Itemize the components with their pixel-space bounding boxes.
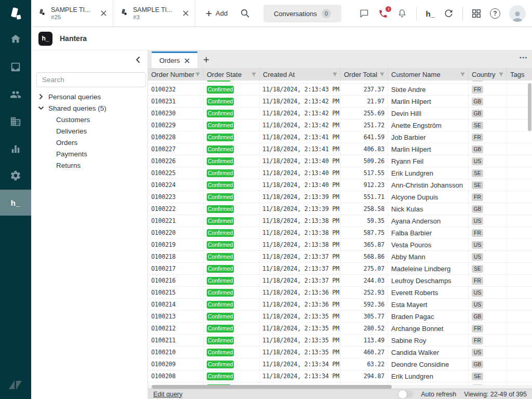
apps-grid-icon[interactable] [472, 9, 481, 18]
new-view-tab-button[interactable] [199, 51, 214, 68]
tree-item-payments[interactable]: Payments [31, 148, 148, 159]
column-header-order-total[interactable]: Order Total [341, 68, 388, 81]
filter-funnel-icon[interactable] [498, 72, 504, 77]
column-header-order-number[interactable]: Order Number [148, 68, 204, 81]
tabstrip-menu-icon[interactable]: ⋯ [519, 52, 528, 62]
cell-country: US [469, 251, 507, 262]
sidebar-item-hantera[interactable]: h_ [0, 190, 31, 216]
collapse-panel-icon[interactable] [135, 56, 142, 63]
views-icon[interactable] [9, 61, 22, 73]
tree-item-customers[interactable]: Customers [31, 114, 148, 125]
organizations-icon[interactable] [9, 115, 22, 128]
filter-funnel-icon[interactable] [379, 72, 385, 77]
cell-order-number: O100215 [148, 287, 204, 298]
table-row[interactable]: O100226Confirmed11/18/2024, 2:13:40 PM50… [148, 155, 532, 167]
cell-created-at: 11/18/2024, 2:13:43 PM [260, 84, 341, 95]
admin-gear-icon[interactable] [9, 169, 22, 182]
table-row[interactable]: O100215Confirmed11/18/2024, 2:13:36 PM25… [148, 287, 532, 299]
tree-item-shared-queries[interactable]: Shared queries (5) [31, 102, 148, 114]
conversations-button[interactable]: Conversations 0 [263, 5, 341, 22]
tree-item-personal-queries[interactable]: Personal queries [31, 91, 148, 102]
table-row[interactable]: O100211Confirmed11/18/2024, 2:13:35 PM11… [148, 335, 532, 347]
table-row[interactable]: O100220Confirmed11/18/2024, 2:13:38 PM58… [148, 227, 532, 239]
table-row[interactable]: O100214Confirmed11/18/2024, 2:13:36 PM59… [148, 299, 532, 311]
close-view-tab-icon[interactable] [184, 58, 190, 63]
cell-tags [507, 358, 532, 370]
table-row[interactable]: O100232Confirmed11/18/2024, 2:13:43 PM23… [148, 84, 532, 96]
table-row[interactable]: O100231Confirmed11/18/2024, 2:13:42 PM21… [148, 96, 532, 108]
reporting-icon[interactable] [9, 143, 22, 155]
table-row[interactable]: O100228Confirmed11/18/2024, 2:13:41 PM64… [148, 131, 532, 143]
table-row[interactable]: O100213Confirmed11/18/2024, 2:13:35 PM30… [148, 311, 532, 323]
phone-icon[interactable]: ! [378, 9, 388, 19]
product-logo-icon[interactable] [7, 5, 24, 25]
table-row[interactable]: O100210Confirmed11/18/2024, 2:13:35 PM46… [148, 347, 532, 358]
close-tab-icon[interactable] [101, 10, 107, 16]
table-row[interactable]: O100208Confirmed11/18/2024, 2:13:34 PM29… [148, 370, 532, 382]
close-tab-icon[interactable] [183, 10, 189, 16]
cell-created-at: 11/18/2024, 2:13:36 PM [260, 287, 341, 298]
column-header-country[interactable]: Country [469, 68, 507, 81]
chat-icon[interactable] [359, 8, 369, 19]
cell-order-number: O100208 [148, 370, 204, 382]
filter-funnel-icon[interactable] [460, 72, 466, 77]
table-row[interactable]: O100225Confirmed11/18/2024, 2:13:40 PM51… [148, 167, 532, 179]
table-row[interactable]: O100229Confirmed11/18/2024, 2:13:42 PM25… [148, 119, 532, 131]
table-rows: O100232Confirmed11/18/2024, 2:13:43 PM23… [148, 81, 532, 385]
cell-created-at: 11/18/2024, 2:13:35 PM [260, 311, 341, 322]
search-icon[interactable] [236, 0, 254, 26]
tree-item-returns[interactable]: Returns [31, 159, 148, 171]
table-row[interactable]: O100222Confirmed11/18/2024, 2:13:39 PM25… [148, 203, 532, 215]
cell-created-at [260, 81, 341, 83]
tab-orders[interactable]: Orders [152, 51, 197, 68]
table-row[interactable]: O100230Confirmed11/18/2024, 2:13:42 PM25… [148, 108, 532, 119]
column-header-tags[interactable]: Tags [507, 68, 532, 81]
table-row[interactable]: O100216Confirmed11/18/2024, 2:13:37 PM24… [148, 275, 532, 287]
ticket-tab-1[interactable]: SAMPLE TI... #25 [31, 0, 113, 26]
cell-order-total: 294.87 [341, 370, 388, 382]
table-row[interactable]: O100223Confirmed11/18/2024, 2:13:39 PM55… [148, 191, 532, 203]
cell-customer-name: Falba Barbier [388, 227, 469, 238]
vertical-scrollbar[interactable] [528, 83, 531, 131]
filter-funnel-icon[interactable] [251, 72, 257, 77]
notifications-bell-icon[interactable] [397, 8, 407, 19]
cell-tags [507, 143, 532, 155]
table-row[interactable]: O100221Confirmed11/18/2024, 2:13:38 PM59… [148, 215, 532, 227]
cell-customer-name: Sixte Andre [388, 84, 469, 95]
cell-order-state: Confirmed [204, 119, 260, 131]
order-state-badge [207, 81, 231, 82]
table-row[interactable]: O100219Confirmed11/18/2024, 2:13:38 PM36… [148, 239, 532, 251]
help-icon[interactable]: ? [490, 8, 500, 19]
edit-query-link[interactable]: Edit query [153, 391, 182, 398]
tree-item-deliveries[interactable]: Deliveries [31, 125, 148, 137]
country-badge: FR [472, 134, 483, 141]
column-header-order-state[interactable]: Order State [204, 68, 260, 81]
cell-country: SE [469, 119, 507, 131]
filter-funnel-icon[interactable] [332, 72, 338, 77]
topbar-icon-cluster: ! h_ ? [359, 0, 526, 27]
cell-customer-name: Devin Hilll [388, 108, 469, 119]
table-row[interactable]: O100209Confirmed11/18/2024, 2:13:34 PM63… [148, 358, 532, 370]
table-row[interactable]: O100212Confirmed11/18/2024, 2:13:35 PM28… [148, 323, 532, 335]
refresh-icon[interactable] [444, 9, 454, 19]
product-switcher-label[interactable]: h_ [425, 9, 435, 18]
add-button[interactable]: Add [195, 0, 236, 26]
horizontal-scrollbar[interactable] [152, 385, 392, 389]
cell-country: FR [469, 131, 507, 143]
auto-refresh-toggle[interactable] [398, 391, 413, 398]
cell-order-state: Confirmed [204, 239, 260, 250]
column-header-customer-name[interactable]: Customer Name [388, 68, 469, 81]
filter-funnel-icon[interactable] [195, 72, 201, 77]
home-icon[interactable] [9, 33, 22, 45]
search-input[interactable] [36, 72, 146, 87]
column-header-created-at[interactable]: Created At [260, 68, 341, 81]
customers-icon[interactable] [9, 88, 22, 101]
ticket-tab-2[interactable]: SAMPLE TI... #3 [113, 0, 195, 26]
table-row[interactable]: O100218Confirmed11/18/2024, 2:13:37 PM56… [148, 251, 532, 263]
table-row[interactable]: O100217Confirmed11/18/2024, 2:13:37 PM27… [148, 263, 532, 275]
table-row[interactable]: O100227Confirmed11/18/2024, 2:13:41 PM40… [148, 143, 532, 155]
chevron-down-icon [38, 105, 44, 111]
user-avatar[interactable] [509, 5, 526, 22]
table-row[interactable]: O100224Confirmed11/18/2024, 2:13:40 PM91… [148, 179, 532, 191]
tree-item-orders[interactable]: Orders [31, 137, 148, 148]
